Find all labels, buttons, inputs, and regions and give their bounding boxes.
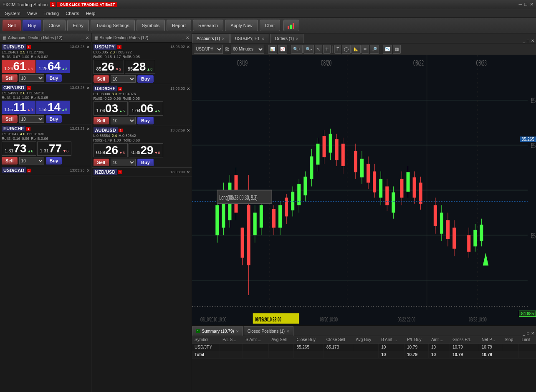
entry-button[interactable]: Entry	[67, 20, 89, 31]
nzdusd-close[interactable]: ✕	[187, 170, 190, 175]
summary-table-container[interactable]: Symbol P/L S... S Amt ... Avg Sell Close…	[192, 336, 536, 392]
research-button[interactable]: Research	[193, 20, 223, 31]
chart-crosshair[interactable]: ✛	[323, 45, 331, 54]
chart-draw-5[interactable]: 🔎	[370, 45, 379, 54]
usdchf-sell-btn[interactable]: Sell	[94, 117, 109, 124]
menu-charts[interactable]: Charts	[62, 10, 82, 17]
chart-draw-3[interactable]: 📐	[351, 45, 361, 54]
svg-text:08/19: 08/19	[237, 59, 248, 67]
timeframe-select[interactable]: 60 Minutes	[231, 45, 264, 54]
symbols-button[interactable]: Symbols	[137, 20, 165, 31]
gbpusd-sell-btn[interactable]: Sell	[2, 115, 18, 123]
close-btn[interactable]: ✕	[530, 2, 533, 7]
chart-cursor[interactable]: ↖	[315, 45, 322, 54]
svg-rect-79	[413, 177, 416, 198]
chart-zoom-in[interactable]: 🔍+	[291, 45, 303, 54]
tab-usdjpy[interactable]: USD/JPY, H1 ✕	[230, 34, 269, 43]
simple-rates-minimize[interactable]: _	[182, 35, 184, 40]
menu-view[interactable]: View	[24, 10, 40, 17]
summary-panel-close[interactable]: ✕	[531, 331, 534, 336]
tab-accounts-close[interactable]: ✕	[222, 37, 225, 41]
sum-plbuy: 10.79	[404, 344, 428, 351]
tab-orders-close[interactable]: ✕	[296, 37, 299, 41]
gbpusd-time: 13:03:28	[70, 86, 84, 90]
usdjpy-rolls: RollS:-0.15	[94, 55, 112, 59]
eurusd-rolls: RollS:-0.07	[2, 55, 20, 59]
summary-tab-close[interactable]: ✕	[236, 329, 239, 334]
eurusd-qty[interactable]: 10	[19, 74, 44, 82]
adv-rates-scroll[interactable]: EUR/USD 1 13:03:23 ✕ L:1.26461 2.5 H:1.2…	[0, 43, 91, 392]
menu-help[interactable]: Help	[83, 10, 99, 17]
usdchf-close[interactable]: ✕	[187, 86, 190, 91]
audusd-qty[interactable]: 10	[111, 159, 136, 166]
chart-draw-1[interactable]: T	[334, 45, 341, 54]
summary-maximize[interactable]: □	[527, 331, 529, 336]
usdchf-badge: 1	[118, 87, 122, 91]
tabs-close[interactable]: ✕	[531, 38, 534, 43]
apply-now-button[interactable]: Apply Now	[225, 20, 258, 31]
usdchf-rollb: RollB:0.05	[123, 96, 140, 101]
simple-rates-scroll[interactable]: USD/JPY 1 13:03:02 ✕ L:85.085 2.3 H:85.7…	[92, 43, 192, 392]
symbol-select[interactable]: USD/JPY	[194, 45, 223, 54]
usdcad-close[interactable]: ✕	[86, 168, 90, 173]
tabs-minimize[interactable]: _	[523, 38, 525, 43]
sell-button[interactable]: Sell	[3, 20, 21, 31]
tab-accounts[interactable]: Accounts (1) ✕	[192, 34, 230, 43]
audusd-sell-arrow: ▼6	[119, 151, 125, 155]
usdchf-qty[interactable]: 10	[111, 117, 136, 124]
usdchf-buy-btn[interactable]: Buy	[137, 117, 154, 124]
eurchf-spread2: 0.96	[22, 137, 30, 141]
eurchf-qty[interactable]: 10	[19, 157, 44, 164]
buy-button[interactable]: Buy	[23, 20, 41, 31]
chat-button[interactable]: Chat	[260, 20, 280, 31]
eurusd-sell-btn[interactable]: Sell	[2, 74, 18, 82]
sum-samt	[243, 344, 269, 351]
chart-indicator[interactable]: 📉	[383, 45, 392, 54]
trading-settings-button[interactable]: Trading Settings	[91, 20, 135, 31]
eurchf-buy-btn[interactable]: Buy	[46, 157, 62, 164]
simple-rates-close[interactable]: ✕	[186, 35, 189, 40]
chart-icon-button[interactable]	[283, 20, 299, 31]
chart-draw-4[interactable]: ✏	[362, 45, 369, 54]
usdjpy-close[interactable]: ✕	[187, 45, 190, 49]
chart-zoom-out[interactable]: 🔍-	[303, 45, 314, 54]
svg-rect-77	[406, 172, 410, 192]
gbpusd-qty[interactable]: 10	[19, 115, 44, 123]
maximize-btn[interactable]: □	[524, 2, 527, 7]
chart-tool-1[interactable]: 📊	[268, 45, 277, 54]
menu-trading[interactable]: Trading	[40, 10, 62, 17]
gbpusd-buy-btn[interactable]: Buy	[46, 115, 62, 123]
minimize-btn[interactable]: ─	[519, 2, 522, 7]
report-button[interactable]: Report	[167, 20, 191, 31]
tab-orders[interactable]: Orders (1) ✕	[270, 34, 303, 43]
col-avgsell: Avg Sell	[269, 336, 294, 344]
pair-tile-usdchf: USD/CHF 1 13:03:03 ✕ L:1.03008 3.0 H:1.0…	[92, 84, 192, 126]
adv-rates-minimize[interactable]: _	[81, 35, 84, 40]
eurusd-buy-btn[interactable]: Buy	[46, 74, 62, 82]
usdjpy-buy-btn[interactable]: Buy	[137, 75, 154, 83]
svg-text:85.50: 85.50	[531, 142, 536, 150]
usdjpy-sell-btn[interactable]: Sell	[94, 75, 109, 83]
usdchf-rolls: RollS:-0.20	[94, 96, 112, 101]
eurchf-close[interactable]: ✕	[86, 126, 90, 131]
menu-system[interactable]: System	[2, 10, 24, 17]
adv-rates-close[interactable]: ✕	[86, 35, 89, 40]
svg-rect-49	[310, 157, 313, 179]
summary-minimize[interactable]: _	[523, 331, 525, 336]
audusd-sell-btn[interactable]: Sell	[94, 159, 109, 166]
audusd-buy-btn[interactable]: Buy	[137, 159, 154, 166]
chart-draw-2[interactable]: ◯	[342, 45, 351, 54]
closed-positions-tab[interactable]: Closed Positions (1) ✕	[244, 326, 293, 336]
usdjpy-qty[interactable]: 10	[111, 75, 136, 83]
chart-tool-2[interactable]: 📈	[278, 45, 287, 54]
summary-tab[interactable]: 1 Summary (10.79) ✕	[192, 326, 243, 336]
closed-positions-close[interactable]: ✕	[286, 329, 290, 334]
gbpusd-close[interactable]: ✕	[86, 86, 90, 90]
close-button[interactable]: Close	[43, 20, 66, 31]
chart-template[interactable]: ▦	[393, 45, 401, 54]
audusd-close[interactable]: ✕	[187, 128, 190, 133]
eurusd-close[interactable]: ✕	[86, 45, 90, 49]
tabs-maximize[interactable]: □	[527, 38, 529, 43]
tab-usdjpy-close[interactable]: ✕	[261, 37, 265, 41]
eurchf-sell-btn[interactable]: Sell	[2, 157, 18, 164]
